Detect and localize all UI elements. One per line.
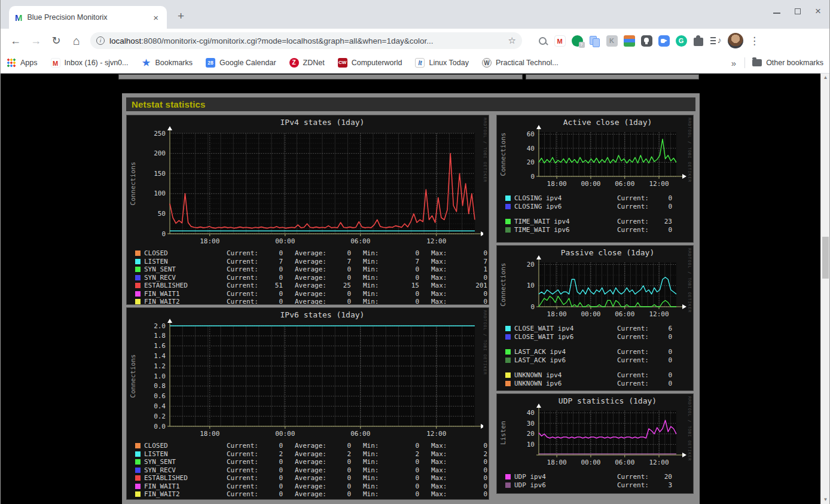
previous-section-edge-left xyxy=(118,74,523,80)
bookmark-computerworld[interactable]: CWComputerworld xyxy=(338,58,402,68)
svg-text:00:00: 00:00 xyxy=(581,459,600,466)
chart-panel-passive-close: 0102018:0000:0006:0012:00Passive close (… xyxy=(496,245,694,391)
tab-close-icon[interactable]: × xyxy=(151,13,161,23)
scrollbar-up-icon[interactable]: ▲ xyxy=(821,74,829,82)
svg-text:06:00: 06:00 xyxy=(350,430,370,438)
ipv4-states-chart[interactable]: 05010015020025018:0000:0006:0012:00IPv4 … xyxy=(127,115,483,248)
previous-section-edge-right xyxy=(526,74,699,80)
new-tab-button[interactable]: + xyxy=(178,10,184,23)
svg-text:40: 40 xyxy=(527,145,535,152)
svg-text:10: 10 xyxy=(527,282,535,289)
bookmark-google-calendar[interactable]: 28Google Calendar xyxy=(206,58,276,68)
bookmark-label: Google Calendar xyxy=(219,59,276,67)
legend-row: FIN_WAIT1Current:0Average:0Min:0Max:0 xyxy=(135,482,489,491)
hangouts-icon xyxy=(572,35,583,47)
home-icon[interactable] xyxy=(68,32,86,50)
profile-avatar[interactable] xyxy=(728,33,743,48)
books-stack-extension[interactable] xyxy=(622,33,636,48)
scrollbar-thumb[interactable] xyxy=(822,237,829,279)
bookmarks-list: AppsMInbox (16) - sjvn0...Bookmarks28Goo… xyxy=(7,58,572,68)
right-column: 020406018:0000:0006:0012:00Active close … xyxy=(496,115,694,500)
address-bar[interactable]: localhost:8080/monitorix-cgi/monitorix.c… xyxy=(90,32,522,49)
bookmark-linux-today[interactable]: ltLinux Today xyxy=(415,58,469,68)
svg-text:0.2: 0.2 xyxy=(154,413,166,420)
svg-text:0.6: 0.6 xyxy=(154,392,166,400)
legend-swatch xyxy=(505,196,511,201)
bookmark-inbox-16-sjvn0[interactable]: MInbox (16) - sjvn0... xyxy=(51,58,129,68)
chart-panel-active-close: 020406018:0000:0006:0012:00Active close … xyxy=(496,115,694,243)
legend-swatch xyxy=(505,381,511,386)
browser-menu-icon[interactable] xyxy=(749,35,759,47)
forward-icon[interactable] xyxy=(27,32,45,50)
search-extension[interactable] xyxy=(535,33,550,48)
grammarly-extension[interactable]: G xyxy=(674,33,688,48)
monitorix-favicon: M xyxy=(15,13,23,23)
udp-statistics-chart[interactable]: 1020304018:0000:0006:0012:00UDP statisti… xyxy=(497,394,689,467)
url-text[interactable]: localhost:8080/monitorix-cgi/monitorix.c… xyxy=(109,36,505,45)
svg-text:0: 0 xyxy=(161,230,166,238)
copy-pages-extension[interactable] xyxy=(587,33,602,48)
k-extension[interactable]: K xyxy=(605,33,619,48)
legend-swatch xyxy=(135,283,141,288)
other-bookmarks[interactable]: Other bookmarks xyxy=(766,59,823,67)
legend-swatch xyxy=(505,482,511,488)
svg-text:06:00: 06:00 xyxy=(615,310,634,318)
page-info-icon[interactable] xyxy=(96,36,105,45)
bookmark-label: Inbox (16) - sjvn0... xyxy=(65,59,129,67)
svg-text:18:00: 18:00 xyxy=(547,459,567,466)
bookmark-bookmarks[interactable]: Bookmarks xyxy=(142,58,193,68)
rrdtool-watermark: RRDTOOL / TOBI OETIKER xyxy=(687,248,692,313)
svg-text:0.4: 0.4 xyxy=(154,402,166,410)
page-scrollbar[interactable]: ▲ ▼ xyxy=(820,74,829,504)
rrdtool-watermark: RRDTOOL / TOBI OETIKER xyxy=(483,310,487,375)
reload-icon[interactable] xyxy=(47,32,65,50)
svg-text:1.2: 1.2 xyxy=(154,362,166,370)
legend-label: FIN_WAIT1 xyxy=(144,482,215,491)
svg-text:IPv6 states (1day): IPv6 states (1day) xyxy=(280,310,365,319)
svg-text:1.0: 1.0 xyxy=(154,372,166,380)
hangouts-extension[interactable] xyxy=(570,33,584,48)
legend-swatch xyxy=(505,219,511,224)
chart-panel-udp-statistics: 1020304018:0000:0006:0012:00UDP statisti… xyxy=(496,393,694,494)
url-host: localhost xyxy=(109,36,141,45)
zoom-camera-extension[interactable] xyxy=(657,33,671,48)
svg-text:Listen: Listen xyxy=(499,421,507,445)
passive-close-chart[interactable]: 0102018:0000:0006:0012:00Passive close (… xyxy=(497,246,689,319)
kbox-icon: K xyxy=(606,35,618,47)
svg-text:20: 20 xyxy=(527,430,535,438)
extensions-puzzle[interactable] xyxy=(691,33,706,48)
legend-label: CLOSED xyxy=(144,249,215,258)
rrdtool-watermark: RRDTOOL / TOBI OETIKER xyxy=(687,118,692,182)
legend-label: TIME_WAIT ipv6 xyxy=(514,226,591,234)
bookmarks-overflow-icon[interactable]: » xyxy=(731,58,736,68)
legend-row: TIME_WAIT ipv6Current:0 xyxy=(505,226,693,234)
browser-tab[interactable]: M Blue Precision Monitorix × xyxy=(9,6,167,29)
legend-label: CLOSING ipv4 xyxy=(514,194,591,203)
maximize-icon[interactable] xyxy=(795,8,801,14)
legend-swatch xyxy=(135,475,141,481)
legend-label: LISTEN xyxy=(144,258,215,266)
bookmark-star-icon[interactable] xyxy=(508,35,516,46)
bookmark-zdnet[interactable]: ZZDNet xyxy=(289,58,325,68)
active-close-chart[interactable]: 020406018:0000:0006:0012:00Active close … xyxy=(497,115,689,188)
lamp-icon xyxy=(641,35,652,47)
gmailx-icon: M xyxy=(554,35,566,47)
minimize-icon[interactable] xyxy=(773,9,780,14)
ipv6-states-chart[interactable]: 0.00.20.40.60.81.01.21.41.61.82.018:0000… xyxy=(127,308,483,441)
svg-text:00:00: 00:00 xyxy=(275,430,295,438)
keep-lamp-extension[interactable] xyxy=(639,33,654,48)
legend-row: CLOSE_WAIT ipv6Current:0 xyxy=(505,333,693,341)
legend-row: FIN_WAIT2Current:0Average:0Min:0Max:0 xyxy=(135,490,489,499)
scrollbar-down-icon[interactable]: ▼ xyxy=(821,496,829,504)
legend-label: FIN_WAIT2 xyxy=(144,490,215,499)
gmail-extension[interactable]: M xyxy=(553,33,567,48)
back-icon[interactable] xyxy=(7,32,25,50)
playlist-extension[interactable]: ♪ xyxy=(709,33,723,48)
legend-label: LISTEN xyxy=(144,450,215,459)
bookmark-label: Linux Today xyxy=(429,59,469,67)
bookmark-apps[interactable]: Apps xyxy=(7,58,38,68)
window-close-icon[interactable]: × xyxy=(815,8,821,14)
legend-label: SYN_SENT xyxy=(144,265,215,274)
bookmarks-divider xyxy=(744,57,745,68)
bookmark-practical-technol[interactable]: WPractical Technol... xyxy=(482,58,559,68)
